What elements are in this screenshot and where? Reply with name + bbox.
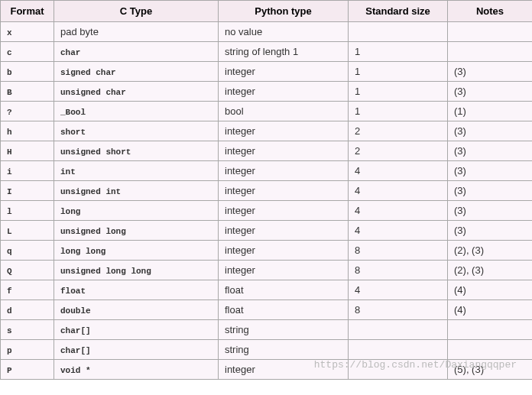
table-row: bsigned charinteger1(3)	[1, 62, 533, 82]
cell-python: integer	[219, 241, 349, 261]
cell-size	[349, 340, 448, 360]
cell-size: 4	[349, 161, 448, 181]
cell-size: 4	[349, 201, 448, 221]
format-code: s	[7, 326, 12, 335]
cell-format: L	[1, 221, 54, 241]
ctype-code: long long	[60, 247, 105, 256]
table-row: iintinteger4(3)	[1, 161, 533, 181]
cell-python: integer	[219, 261, 349, 280]
cell-ctype: char[]	[54, 340, 219, 360]
cell-ctype: unsigned short	[54, 141, 219, 161]
cell-python: bool	[219, 102, 349, 121]
ctype-code: unsigned char	[60, 88, 126, 97]
format-code: d	[7, 306, 12, 316]
table-row: ?_Boolbool1(1)	[1, 102, 533, 121]
cell-size: 1	[349, 42, 448, 62]
ctype-code: float	[60, 287, 86, 296]
cell-python: string	[219, 340, 349, 360]
cell-notes: (3)	[448, 221, 533, 241]
cell-size: 8	[349, 261, 448, 280]
cell-ctype: unsigned char	[54, 82, 219, 102]
cell-size: 8	[349, 241, 448, 261]
format-code: I	[7, 187, 12, 196]
cell-ctype: double	[54, 300, 219, 320]
cell-notes: (2), (3)	[448, 241, 533, 261]
cell-format: q	[1, 241, 54, 261]
format-code: x	[7, 28, 12, 37]
cell-notes: (3)	[448, 62, 533, 82]
table-row: ffloatfloat4(4)	[1, 280, 533, 300]
cell-format: p	[1, 340, 54, 360]
cell-format: c	[1, 42, 54, 62]
cell-notes	[448, 340, 533, 360]
cell-ctype: long	[54, 201, 219, 221]
table-row: Pvoid *integer(5), (3)	[1, 360, 533, 380]
header-python: Python type	[219, 1, 349, 22]
header-ctype: C Type	[54, 1, 219, 22]
cell-format: I	[1, 181, 54, 201]
table-row: Lunsigned longinteger4(3)	[1, 221, 533, 241]
ctype-code: long	[60, 207, 80, 216]
cell-python: string	[219, 320, 349, 340]
cell-format: h	[1, 121, 54, 141]
ctype-code: _Bool	[60, 108, 86, 117]
ctype-code: int	[60, 167, 76, 176]
cell-python: integer	[219, 62, 349, 82]
cell-notes: (3)	[448, 181, 533, 201]
cell-notes: (1)	[448, 102, 533, 121]
cell-format: s	[1, 320, 54, 340]
table-row: pchar[]string	[1, 340, 533, 360]
header-format: Format	[1, 1, 54, 22]
cell-python: integer	[219, 181, 349, 201]
cell-notes: (3)	[448, 201, 533, 221]
ctype-code: char[]	[60, 326, 91, 335]
table-row: hshortinteger2(3)	[1, 121, 533, 141]
cell-ctype: unsigned long long	[54, 261, 219, 280]
format-code: c	[7, 48, 12, 57]
cell-format: P	[1, 360, 54, 380]
table-row: Bunsigned charinteger1(3)	[1, 82, 533, 102]
format-code: b	[7, 68, 12, 77]
table-row: qlong longinteger8(2), (3)	[1, 241, 533, 261]
ctype-code: unsigned int	[60, 187, 121, 196]
cell-notes	[448, 42, 533, 62]
cell-size: 1	[349, 82, 448, 102]
table-row: ddoublefloat8(4)	[1, 300, 533, 320]
table-row: schar[]string	[1, 320, 533, 340]
format-code: h	[7, 128, 12, 137]
cell-size: 4	[349, 181, 448, 201]
table-row: xpad byteno value	[1, 22, 533, 42]
ctype-code: unsigned short	[60, 147, 131, 157]
format-code: B	[7, 88, 12, 97]
cell-notes	[448, 320, 533, 340]
table-row: ccharstring of length 11	[1, 42, 533, 62]
cell-ctype: pad byte	[54, 22, 219, 42]
cell-format: l	[1, 201, 54, 221]
format-code: l	[7, 207, 12, 216]
cell-ctype: unsigned long	[54, 221, 219, 241]
cell-size: 4	[349, 221, 448, 241]
cell-format: d	[1, 300, 54, 320]
header-row: Format C Type Python type Standard size …	[1, 1, 533, 22]
cell-python: integer	[219, 201, 349, 221]
format-code: H	[7, 147, 12, 157]
cell-size: 2	[349, 121, 448, 141]
ctype-code: double	[60, 306, 91, 316]
format-code: p	[7, 346, 12, 355]
cell-format: H	[1, 141, 54, 161]
format-code: q	[7, 247, 12, 256]
cell-size: 1	[349, 62, 448, 82]
ctype-code: void *	[60, 366, 91, 375]
cell-python: float	[219, 300, 349, 320]
format-table: Format C Type Python type Standard size …	[0, 0, 532, 380]
cell-ctype: short	[54, 121, 219, 141]
cell-size	[349, 360, 448, 380]
cell-notes: (2), (3)	[448, 261, 533, 280]
cell-python: integer	[219, 161, 349, 181]
ctype-code: unsigned long	[60, 227, 126, 236]
cell-notes: (3)	[448, 161, 533, 181]
cell-python: integer	[219, 221, 349, 241]
cell-format: b	[1, 62, 54, 82]
cell-notes: (4)	[448, 280, 533, 300]
ctype-code: char[]	[60, 346, 91, 355]
